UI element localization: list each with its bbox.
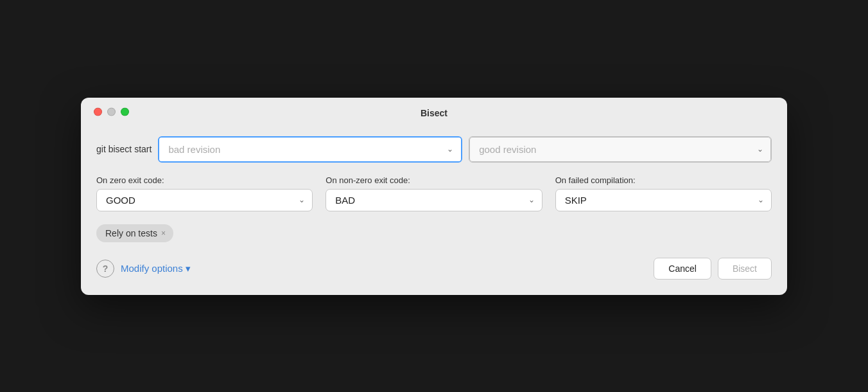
maximize-button[interactable] [121,107,129,116]
exit-code-row: On zero exit code: GOOD BAD SKIP ⌄ On no… [96,175,772,211]
minimize-button[interactable] [107,107,116,116]
footer-right: Cancel Bisect [654,258,772,280]
command-row: git bisect start bad revision ⌄ good rev… [96,136,772,163]
nonzero-exit-wrapper: GOOD BAD SKIP ⌄ [326,189,542,211]
bad-revision-select[interactable]: bad revision [159,138,461,161]
window-content: git bisect start bad revision ⌄ good rev… [81,126,787,295]
modify-options-chevron-icon: ▾ [186,263,191,274]
traffic-lights [94,107,129,116]
cancel-button[interactable]: Cancel [654,258,711,280]
zero-exit-wrapper: GOOD BAD SKIP ⌄ [96,189,313,211]
footer-left: ? Modify options ▾ [96,260,191,278]
title-bar: Bisect [81,98,787,126]
bisect-button[interactable]: Bisect [718,258,772,280]
modify-options-label: Modify options [121,263,183,274]
command-label: git bisect start [96,144,152,154]
good-revision-select[interactable]: good revision [469,137,771,162]
nonzero-exit-select[interactable]: GOOD BAD SKIP [326,189,542,211]
help-button[interactable]: ? [96,260,114,278]
tag-label: Rely on tests [105,228,157,238]
close-button[interactable] [94,107,102,116]
failed-compilation-group: On failed compilation: GOOD BAD SKIP ⌄ [555,175,772,211]
nonzero-exit-label: On non-zero exit code: [326,175,542,185]
zero-exit-group: On zero exit code: GOOD BAD SKIP ⌄ [96,175,313,211]
bisect-dialog: Bisect git bisect start bad revision ⌄ g… [81,98,787,295]
rely-on-tests-tag: Rely on tests × [96,224,173,242]
modify-options-button[interactable]: Modify options ▾ [121,263,191,274]
failed-compilation-label: On failed compilation: [555,175,772,185]
good-revision-wrapper: good revision ⌄ [469,136,772,163]
failed-compilation-wrapper: GOOD BAD SKIP ⌄ [555,189,772,211]
zero-exit-label: On zero exit code: [96,175,313,185]
nonzero-exit-group: On non-zero exit code: GOOD BAD SKIP ⌄ [326,175,542,211]
footer-row: ? Modify options ▾ Cancel Bisect [96,258,772,280]
failed-compilation-select[interactable]: GOOD BAD SKIP [555,189,772,211]
bad-revision-wrapper: bad revision ⌄ [158,136,462,163]
window-title: Bisect [421,108,447,118]
zero-exit-select[interactable]: GOOD BAD SKIP [96,189,313,211]
tags-row: Rely on tests × [96,224,772,242]
tag-close-button[interactable]: × [161,229,166,237]
